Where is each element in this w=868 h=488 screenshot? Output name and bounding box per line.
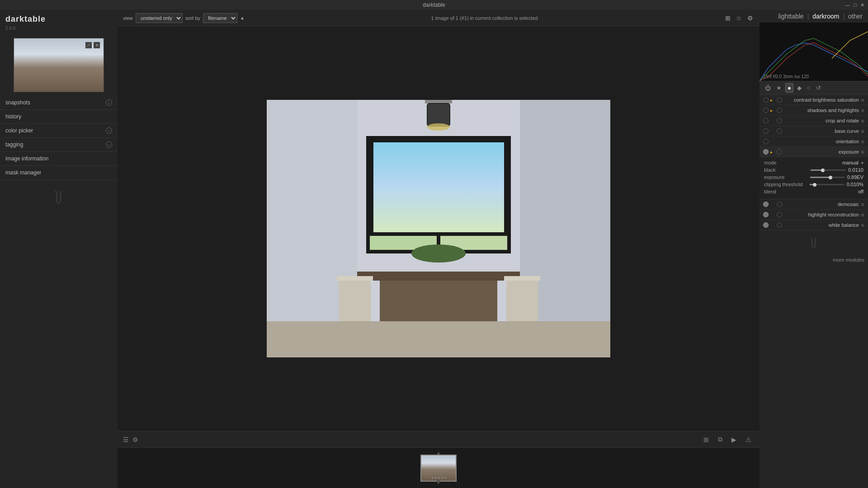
module-contrast-brightness-saturation[interactable]: ▸ contrast brightness saturation ⊕ — [760, 95, 868, 105]
cbs-preset-btn[interactable]: ⊕ — [861, 98, 864, 103]
module-star-btn[interactable]: ★ — [774, 84, 783, 92]
module-exposure[interactable]: ▸ exposure ⊕ — [760, 147, 868, 157]
sh-toggle[interactable] — [763, 108, 769, 113]
cr-toggle[interactable] — [763, 118, 769, 123]
module-base-curve[interactable]: base curve ⊕ — [760, 126, 868, 136]
bc-preset-btn[interactable]: ⊕ — [861, 129, 864, 134]
thumbnail-area: ⤢ ▾ — [0, 34, 118, 96]
svg-rect-18 — [337, 276, 373, 281]
grid-view-btn[interactable]: ⊞ — [724, 14, 731, 23]
black-value: 0.0110 — [848, 167, 863, 173]
lighttable-link[interactable]: lighttable — [778, 13, 804, 20]
color-picker-section[interactable]: color picker ○ — [0, 124, 118, 138]
module-ring-btn[interactable]: ○ — [805, 84, 812, 92]
cr-instance[interactable] — [777, 118, 782, 123]
module-white-balance[interactable]: white balance ⊕ — [760, 220, 868, 230]
exposure-slider[interactable] — [810, 177, 844, 178]
exp-toggle[interactable] — [763, 149, 769, 155]
module-circle-btn[interactable]: ● — [785, 83, 793, 93]
exp-label: exposure — [784, 149, 859, 155]
zoom-btn[interactable]: ⊞ — [701, 435, 712, 444]
snapshots-section[interactable]: snapshots ○ — [0, 96, 118, 110]
cbs-instance[interactable] — [777, 97, 782, 103]
bottom-menu-btn[interactable]: ☰ — [123, 436, 129, 443]
dem-instance[interactable] — [777, 202, 782, 207]
view-dropdown[interactable]: unstarred only — [136, 13, 183, 23]
svg-rect-5 — [370, 140, 437, 250]
svg-rect-20 — [339, 281, 371, 321]
close-btn[interactable]: ✕ — [860, 2, 864, 8]
filmstrip-thumbnail[interactable]: ★★★★★ — [420, 455, 457, 482]
exposure-black-row: black 0.0110 — [764, 167, 863, 173]
titlebar: darktable — □ ✕ — [0, 0, 868, 10]
tagging-section[interactable]: tagging ○ — [0, 138, 118, 152]
exp-preset-btn[interactable]: ⊕ — [861, 150, 864, 155]
wb-toggle[interactable] — [763, 222, 769, 228]
wb-preset-btn[interactable]: ⊕ — [861, 223, 864, 228]
play-btn[interactable]: ▶ — [729, 435, 739, 444]
hr-instance[interactable] — [777, 212, 782, 217]
nav-links: lighttable | darkroom | other — [760, 10, 868, 23]
bottom-settings-btn[interactable]: ⚙ — [132, 436, 138, 443]
mask-manager-section[interactable]: mask manager — [0, 166, 118, 180]
bc-instance[interactable] — [777, 128, 782, 134]
sh-instance[interactable] — [777, 108, 782, 113]
module-power-btn[interactable]: ⏻ — [763, 84, 773, 92]
bc-toggle[interactable] — [763, 128, 769, 134]
maximize-btn[interactable]: □ — [854, 2, 857, 8]
sh-preset-btn[interactable]: ⊕ — [861, 108, 864, 113]
cbs-label: contrast brightness saturation — [784, 97, 859, 103]
module-orientation[interactable]: orientation ⊕ — [760, 136, 868, 147]
image-information-section[interactable]: image information — [0, 152, 118, 166]
sort-arrow-btn[interactable]: ▲ — [240, 15, 245, 20]
module-refresh-btn[interactable]: ↺ — [814, 84, 823, 92]
svg-point-15 — [411, 244, 466, 263]
tagging-icon: ○ — [106, 141, 112, 148]
module-shadows-highlights[interactable]: ▸ shadows and highlights ⊕ — [760, 105, 868, 116]
module-diamond-btn[interactable]: ◆ — [795, 84, 803, 92]
history-section[interactable]: history — [0, 110, 118, 124]
cr-preset-btn[interactable]: ⊕ — [861, 118, 864, 123]
svg-rect-11 — [370, 140, 437, 194]
warning-btn[interactable]: ⚠ — [743, 435, 754, 444]
thumbnail-menu-btn[interactable]: ▾ — [94, 42, 100, 48]
hr-preset-btn[interactable]: ⊕ — [861, 212, 864, 217]
module-highlight-reconstruction[interactable]: highlight reconstruction ⊕ — [760, 210, 868, 220]
cbs-toggle[interactable] — [763, 97, 769, 103]
main-image[interactable] — [267, 100, 610, 357]
dem-toggle[interactable] — [763, 202, 769, 207]
bc-label: base curve — [784, 128, 859, 134]
darkroom-link[interactable]: darkroom — [812, 13, 839, 20]
filmstrip: ▲ ★★★★★ ▼ — [118, 447, 760, 488]
window-title: darktable — [423, 2, 445, 8]
histogram-area: 1/inf f/0.0 3mm iso 120 — [760, 23, 868, 81]
minimize-btn[interactable]: — — [845, 2, 850, 8]
black-slider[interactable] — [811, 169, 845, 171]
sh-warning: ▸ — [770, 108, 775, 113]
other-link[interactable]: other — [848, 13, 863, 20]
mode-label: mode — [764, 160, 809, 165]
dem-preset-btn[interactable]: ⊕ — [861, 202, 864, 207]
cbs-warning: ▸ — [770, 98, 775, 103]
clipping-slider[interactable] — [810, 184, 844, 185]
thumbnail-expand-btn[interactable]: ⤢ — [85, 42, 92, 48]
more-modules-btn[interactable]: more modules — [760, 253, 868, 266]
sort-dropdown[interactable]: filename — [203, 13, 237, 23]
module-demosaic[interactable]: demosaic ⊕ — [760, 199, 868, 210]
copy-btn[interactable]: ⧉ — [715, 435, 725, 444]
ori-toggle[interactable] — [763, 139, 769, 144]
histogram-chart — [760, 23, 868, 81]
top-bar: view unstarred only sort by filename ▲ 1… — [118, 10, 760, 26]
star-btn[interactable]: ☆ — [735, 14, 743, 23]
ori-preset-btn[interactable]: ⊕ — [861, 139, 864, 144]
mode-arrow[interactable]: ▾ — [861, 160, 863, 165]
thumbnail-image[interactable]: ⤢ ▾ — [14, 38, 104, 92]
wb-instance[interactable] — [777, 222, 782, 228]
hr-toggle[interactable] — [763, 212, 769, 217]
mode-value: manual — [812, 160, 859, 165]
filmstrip-nav-down[interactable]: ▼ — [435, 478, 442, 486]
settings-btn[interactable]: ⚙ — [746, 14, 754, 23]
svg-rect-19 — [504, 276, 540, 281]
exp-instance[interactable] — [777, 149, 782, 155]
module-crop-rotate[interactable]: crop and rotate ⊕ — [760, 116, 868, 126]
